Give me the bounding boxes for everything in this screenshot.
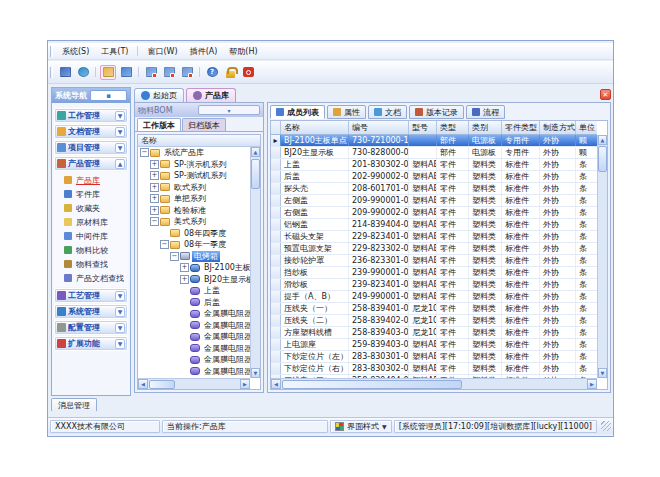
bom-pin-icon[interactable]: ▾: [198, 105, 260, 115]
expand-icon[interactable]: +: [150, 160, 159, 169]
expand-icon[interactable]: +: [150, 194, 159, 203]
row-selector-cell[interactable]: [271, 231, 281, 242]
sidebar-section-system-management[interactable]: 系统管理▼: [54, 304, 128, 319]
row-selector-cell[interactable]: [271, 243, 281, 254]
tree-vertical-scrollbar[interactable]: ▲ ▼: [250, 147, 260, 378]
collapse-icon[interactable]: −: [160, 240, 169, 249]
expand-icon[interactable]: +: [180, 263, 189, 272]
sidebar-item-raw-material-library[interactable]: 原材料库: [58, 215, 128, 229]
tree-item[interactable]: +BJ-2100主板单点: [138, 262, 250, 274]
toolbar-grip[interactable]: [50, 67, 53, 78]
message-tab[interactable]: 消息管理: [51, 398, 97, 411]
help-icon[interactable]: ?: [204, 65, 220, 80]
row-selector-cell[interactable]: [271, 183, 281, 194]
scroll-right-icon[interactable]: ▶: [587, 379, 597, 389]
chevron-down-icon[interactable]: ▼: [115, 111, 125, 121]
tree-horizontal-scrollbar[interactable]: ◀ ▶: [138, 378, 250, 389]
table-row[interactable]: 下纱定位片（左）283-830301-00X塑料ABS零件塑料类标准件外协条: [271, 351, 597, 363]
row-selector-cell[interactable]: [271, 327, 281, 338]
tree-item[interactable]: 上盖: [138, 285, 250, 297]
table-row[interactable]: 提手（A、B）249-990001-01X塑料ABS零件塑料类标准件外协条: [271, 291, 597, 303]
scroll-left-icon[interactable]: ◀: [138, 379, 148, 389]
menu-grip[interactable]: [50, 46, 53, 57]
column-header-3[interactable]: 类型: [437, 121, 469, 134]
sidebar-section-config-management[interactable]: 配置管理▼: [54, 320, 128, 335]
tab-documents[interactable]: 文档: [368, 105, 407, 119]
table-row[interactable]: 右侧盖209-990002-01X塑料ABS零件塑料类标准件外协条: [271, 207, 597, 219]
resize-grip[interactable]: [601, 421, 611, 431]
scroll-left-icon[interactable]: ◀: [271, 379, 281, 389]
row-selector-cell[interactable]: [271, 195, 281, 206]
collapse-icon[interactable]: −: [140, 148, 149, 157]
sidebar-item-material-search[interactable]: 物料查找: [58, 257, 128, 271]
tree-hscroll-thumb[interactable]: [149, 380, 175, 389]
tab-properties[interactable]: 属性: [327, 105, 366, 119]
column-header-0[interactable]: 名称: [281, 121, 349, 134]
column-header-5[interactable]: 零件类型: [502, 121, 540, 134]
table-row[interactable]: 上电源座259-839403-00X塑料ABS零件塑料类标准件外协条: [271, 339, 597, 351]
chevron-down-icon[interactable]: ▼: [115, 307, 125, 317]
tree-item[interactable]: −美式系列: [138, 216, 250, 228]
chevron-down-icon[interactable]: ▼: [115, 143, 125, 153]
doc-tab-start-page[interactable]: 起始页: [134, 88, 184, 102]
table-row[interactable]: ▸BJ-2100主板单点730-721000-12X部件电源板专用件外协颗: [271, 135, 597, 147]
tree-item[interactable]: 金属膜电阻器: [138, 366, 250, 378]
column-header-7[interactable]: 单位: [576, 121, 597, 134]
scroll-down-icon[interactable]: ▼: [598, 368, 607, 378]
tree-item[interactable]: +BJ20主显示板: [138, 274, 250, 286]
collapse-icon[interactable]: −: [150, 217, 159, 226]
table-vscroll-thumb[interactable]: [598, 146, 607, 172]
row-selector-cell[interactable]: [271, 159, 281, 170]
row-selector-cell[interactable]: [271, 351, 281, 362]
table-row[interactable]: 后盖202-990002-01X塑料ABS零件塑料类标准件外协条: [271, 171, 597, 183]
scroll-down-icon[interactable]: ▼: [251, 368, 260, 378]
expand-icon[interactable]: +: [150, 206, 159, 215]
expand-icon[interactable]: +: [150, 183, 159, 192]
row-selector-cell[interactable]: [271, 267, 281, 278]
sidebar-section-extension[interactable]: 扩展功能▼: [54, 336, 128, 351]
table-row[interactable]: 方座塑料线槽258-839403-00X尼龙1010零件塑料类标准件外协条: [271, 327, 597, 339]
row-selector-cell[interactable]: [271, 279, 281, 290]
tree-item[interactable]: 金属膜电阻器: [138, 343, 250, 355]
tree-item[interactable]: +单把系列: [138, 193, 250, 205]
open-folder-icon[interactable]: [100, 65, 116, 80]
table-row[interactable]: 压线夹（二）258-839402-00X尼龙1010零件塑料类标准件外协条: [271, 315, 597, 327]
row-selector-cell[interactable]: [271, 291, 281, 302]
row-selector-cell[interactable]: [271, 147, 281, 158]
row-selector-cell[interactable]: [271, 255, 281, 266]
scroll-up-icon[interactable]: ▲: [598, 135, 607, 145]
chevron-down-icon[interactable]: ▼: [115, 291, 125, 301]
row-selector-cell[interactable]: [271, 219, 281, 230]
tree-item[interactable]: 金属膜电阻器: [138, 320, 250, 332]
row-selector-cell[interactable]: [271, 303, 281, 314]
tree-item[interactable]: −08年一季度: [138, 239, 250, 251]
ui-style-dropdown[interactable]: 界面样式 ▼: [330, 420, 392, 433]
table-hscroll-thumb[interactable]: [282, 380, 462, 389]
sidebar-item-product-doc-search[interactable]: 产品文档查找: [58, 271, 128, 285]
tree-column-header[interactable]: 名称: [138, 135, 260, 147]
scroll-up-icon[interactable]: ▲: [251, 147, 260, 157]
table-row[interactable]: 上盖201-830302-00X塑料ABS零件塑料类标准件外协条: [271, 159, 597, 171]
row-selector-cell[interactable]: [271, 171, 281, 182]
tree-item[interactable]: 金属膜电阻器: [138, 354, 250, 366]
column-header-1[interactable]: 编号: [349, 121, 409, 134]
sidebar-section-document-management[interactable]: 文档管理▼: [54, 124, 128, 139]
doc-window-refresh-icon[interactable]: [161, 65, 177, 80]
sidebar-item-intermediate-library[interactable]: 中间件库: [58, 229, 128, 243]
tree-item[interactable]: +欧式系列: [138, 182, 250, 194]
chevron-down-icon[interactable]: ▼: [115, 127, 125, 137]
lock-icon[interactable]: [222, 65, 238, 80]
tree-vscroll-thumb[interactable]: [251, 159, 260, 189]
column-header-6[interactable]: 制造方式: [540, 121, 576, 134]
workspace-icon[interactable]: [57, 65, 73, 80]
close-document-icon[interactable]: ✕: [600, 89, 611, 100]
chevron-down-icon[interactable]: ▼: [115, 339, 125, 349]
table-row[interactable]: 预置电源支架229-823302-00X塑料ABS零件塑料类标准件外协条: [271, 243, 597, 255]
doc-window-close-icon[interactable]: [143, 65, 159, 80]
doc-tab-product-library[interactable]: 产品库: [186, 88, 236, 102]
row-selector-cell[interactable]: [271, 207, 281, 218]
tab-version-history[interactable]: 版本记录: [409, 105, 464, 119]
layout-window-icon[interactable]: [118, 65, 134, 80]
tree-item[interactable]: +SP-演示机系列: [138, 159, 250, 171]
sidebar-section-product-management[interactable]: 产品管理▲: [54, 156, 128, 171]
